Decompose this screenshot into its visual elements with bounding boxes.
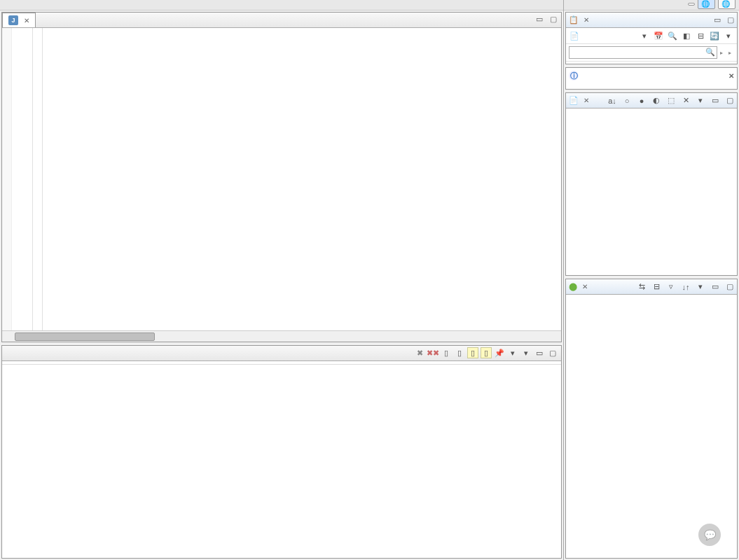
editor-tab-jvmdemo01[interactable]: J ✕ — [2, 13, 36, 27]
hide-local-icon[interactable]: ⬚ — [665, 95, 677, 106]
maximize-icon[interactable]: ▢ — [724, 281, 735, 293]
perspective-java[interactable]: 🌐 — [718, 0, 735, 9]
spring-icon: ⬤ — [569, 282, 577, 291]
pin-console-icon[interactable]: 📌 — [494, 347, 505, 358]
minimize-icon[interactable]: ▭ — [534, 347, 545, 358]
activate-arrow-icon[interactable]: ▸ — [728, 50, 731, 56]
sched-icon[interactable]: 📅 — [653, 30, 664, 41]
focus-icon[interactable]: ✕ — [680, 95, 691, 106]
focus-icon[interactable]: 🔍 — [667, 30, 678, 41]
maximize-icon[interactable]: ▢ — [726, 15, 735, 25]
info-icon: ⓘ — [569, 71, 579, 80]
editor-pane: J ✕ ▭ ▢ — [1, 12, 562, 342]
console-toolbar: ✖ ✖✖ ▯ ▯ ▯ ▯ 📌 ▾ ▾ ▭ ▢ — [414, 347, 558, 358]
outline-panel: 📄 ✕ a↓ ○ ● ◐ ⬚ ✕ ▾ ▭ ▢ — [565, 92, 738, 276]
close-icon[interactable]: ✕ — [583, 97, 589, 104]
word-wrap-icon[interactable]: ▯ — [481, 347, 492, 358]
link-icon[interactable]: ⇆ — [636, 281, 647, 293]
close-icon[interactable]: ✕ — [582, 283, 588, 290]
all-arrow-icon[interactable]: ▸ — [720, 50, 723, 56]
btn-icon[interactable]: ▯ — [454, 347, 465, 358]
sync-icon[interactable]: 🔄 — [709, 30, 720, 41]
new-task-icon[interactable]: 📄 — [569, 30, 580, 41]
btn-icon[interactable]: ▯ — [441, 347, 452, 358]
task-find-input[interactable] — [569, 46, 717, 59]
close-icon[interactable]: ✕ — [583, 16, 589, 24]
open-console-icon[interactable]: ▾ — [520, 347, 532, 358]
menu-icon[interactable]: ▾ — [723, 30, 734, 41]
hide-static-icon[interactable]: ● — [636, 95, 647, 106]
minimize-icon[interactable]: ▭ — [534, 14, 544, 24]
hide-non-public-icon[interactable]: ◐ — [651, 95, 662, 106]
outline-icon: 📄 — [569, 96, 579, 105]
minimize-icon[interactable]: ▭ — [710, 281, 721, 293]
maximize-icon[interactable]: ▢ — [548, 14, 558, 24]
collapse-icon[interactable]: ⊟ — [651, 281, 662, 293]
horizontal-scrollbar[interactable] — [2, 330, 561, 342]
console-content[interactable] — [2, 365, 561, 558]
search-icon[interactable]: 🔍 — [705, 48, 715, 57]
scroll-lock-icon[interactable]: ▯ — [467, 347, 478, 358]
hide-fields-icon[interactable]: ○ — [621, 95, 633, 106]
minimize-icon[interactable]: ▭ — [710, 95, 721, 106]
close-icon[interactable]: ✕ — [24, 17, 29, 24]
task-list-icon: 📋 — [569, 15, 579, 24]
categorize-icon[interactable]: ▾ — [639, 30, 650, 41]
remove-all-icon[interactable]: ✖✖ — [427, 347, 438, 358]
close-icon[interactable]: ✕ — [728, 72, 734, 80]
quick-access-button[interactable] — [688, 3, 695, 6]
collapse-icon[interactable]: ⊟ — [695, 30, 706, 41]
connect-mylyn-panel: ⓘ ✕ — [565, 67, 738, 90]
java-file-icon: J — [8, 15, 18, 25]
bottom-tabs: ✖ ✖✖ ▯ ▯ ▯ ▯ 📌 ▾ ▾ ▭ ▢ — [2, 346, 561, 361]
remove-terminated-icon[interactable]: ✖ — [414, 347, 425, 358]
display-console-icon[interactable]: ▾ — [507, 347, 518, 358]
maximize-icon[interactable]: ▢ — [724, 95, 735, 106]
view-menu-icon[interactable]: ▾ — [695, 281, 706, 293]
maximize-icon[interactable]: ▢ — [547, 347, 558, 358]
code-area[interactable] — [2, 28, 561, 330]
view-menu-icon[interactable]: ▾ — [695, 95, 706, 106]
minimize-icon[interactable]: ▭ — [712, 15, 722, 25]
bottom-pane: ✖ ✖✖ ▯ ▯ ▯ ▯ 📌 ▾ ▾ ▭ ▢ — [1, 345, 562, 559]
filter-icon[interactable]: ▿ — [665, 281, 677, 293]
editor-tabs: J ✕ ▭ ▢ — [2, 13, 561, 28]
task-list-body — [566, 62, 737, 64]
hide-icon[interactable]: ◧ — [681, 30, 692, 41]
sort-icon[interactable]: a↓ — [607, 95, 618, 106]
spring-explorer-panel: ⬤ ✕ ⇆ ⊟ ▿ ↓↑ ▾ ▭ ▢ — [565, 279, 738, 559]
perspective-javaee[interactable]: 🌐 — [698, 0, 715, 9]
sort-icon[interactable]: ↓↑ — [680, 281, 691, 293]
task-list-panel: 📋 ✕ ▭ ▢ 📄 ▾ 📅 🔍 ◧ ⊟ 🔄 ▾ — [565, 12, 738, 64]
